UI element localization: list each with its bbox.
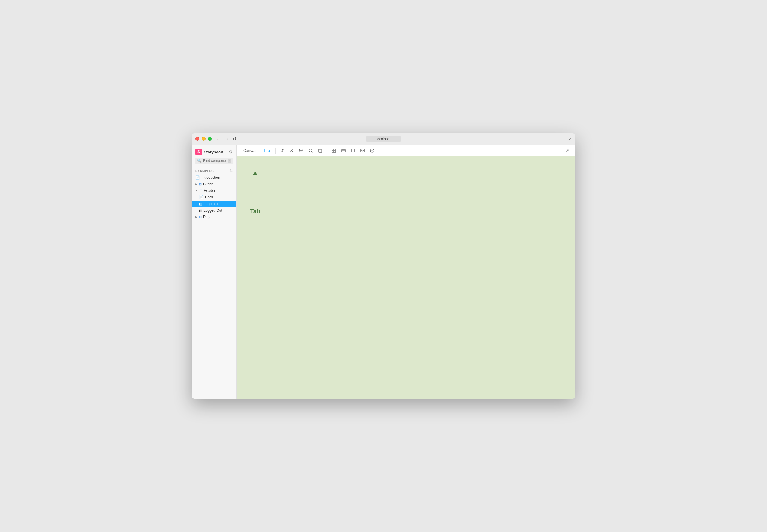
svg-point-19 <box>361 150 362 151</box>
external-link-icon[interactable]: ⤢ <box>568 137 571 141</box>
image-icon[interactable] <box>358 146 367 155</box>
sidebar-item-label: Page <box>203 215 212 219</box>
toolbar: Canvas Tab ↺ <box>237 145 575 156</box>
canvas-arrow <box>250 171 260 205</box>
canvas-label: Tab <box>250 208 260 215</box>
section-header: EXAMPLES ⇅ <box>192 167 236 174</box>
sidebar-item-logged-out[interactable]: ◧ Logged Out <box>192 207 236 214</box>
svg-rect-17 <box>352 149 355 152</box>
doc-icon: 📄 <box>199 195 204 199</box>
story-icon: ◧ <box>199 209 202 213</box>
zoom-out-icon[interactable] <box>297 146 305 155</box>
grid-icon[interactable] <box>330 146 338 155</box>
forward-button[interactable]: → <box>225 136 229 141</box>
search-bar[interactable]: 🔍 / <box>195 158 233 164</box>
close-button[interactable] <box>196 137 199 141</box>
sidebar-item-page[interactable]: ▶ ⊞ Page <box>192 214 236 220</box>
zoom-in-icon[interactable] <box>288 146 296 155</box>
toolbar-separator-2 <box>327 148 327 154</box>
arrow-line <box>255 175 256 205</box>
url-bar[interactable]: localhost <box>366 136 401 142</box>
sort-icon[interactable]: ⇅ <box>230 169 233 173</box>
svg-point-21 <box>372 149 372 150</box>
svg-rect-10 <box>319 149 322 152</box>
sidebar-item-label: Header <box>204 189 216 193</box>
svg-rect-12 <box>334 149 336 150</box>
arrow-head <box>253 171 257 175</box>
frame-icon[interactable] <box>349 146 357 155</box>
doc-icon: 📄 <box>196 175 200 180</box>
main-area: S Storybook ⚙ 🔍 / EXAMPLES ⇅ 📄 Introduct… <box>192 145 575 399</box>
collapse-icon: ▼ <box>196 189 198 192</box>
toolbar-separator <box>275 148 276 154</box>
sidebar-item-button[interactable]: ▶ ⊞ Button <box>192 181 236 187</box>
comp-icon: ⊞ <box>199 182 202 186</box>
section-title: EXAMPLES <box>196 169 214 173</box>
sidebar-item-label: Logged In <box>204 202 219 206</box>
sidebar-header: S Storybook ⚙ <box>192 145 236 158</box>
window-controls <box>196 137 212 141</box>
sidebar-item-header[interactable]: ▼ ⊞ Header <box>192 187 236 194</box>
expand-icon: ▶ <box>196 183 198 186</box>
back-button[interactable]: ← <box>217 136 221 141</box>
browser-window: ← → ↺ localhost ⤢ S Storybook ⚙ 🔍 / EX <box>192 133 575 399</box>
svg-rect-15 <box>342 149 345 152</box>
search-shortcut: / <box>228 159 231 163</box>
maximize-button[interactable] <box>208 137 212 141</box>
settings-icon[interactable]: ⚙ <box>229 149 233 154</box>
storybook-logo-text: Storybook <box>204 150 223 154</box>
tab-tab[interactable]: Tab <box>261 145 273 156</box>
storybook-logo-icon: S <box>196 149 202 155</box>
accessibility-icon[interactable] <box>368 146 376 155</box>
tab-canvas[interactable]: Canvas <box>240 145 259 156</box>
svg-line-6 <box>302 152 303 152</box>
refresh-button[interactable]: ↺ <box>233 136 237 142</box>
svg-rect-11 <box>332 149 334 150</box>
sidebar-item-logged-in[interactable]: ◧ Logged In <box>192 201 236 207</box>
sidebar-item-label: Introduction <box>201 175 220 180</box>
sidebar-item-label: Button <box>203 182 214 186</box>
search-zoom-icon[interactable] <box>307 146 315 155</box>
story-icon: ◧ <box>199 202 202 206</box>
outline-icon[interactable] <box>339 146 348 155</box>
svg-line-3 <box>293 152 294 152</box>
sidebar-item-label: Logged Out <box>204 208 222 213</box>
canvas-annotation: Tab <box>250 171 260 215</box>
canvas-area: Tab <box>237 156 575 399</box>
sidebar-item-introduction[interactable]: 📄 Introduction <box>192 174 236 181</box>
svg-point-7 <box>309 149 312 152</box>
comp-icon: ⊞ <box>200 189 202 193</box>
svg-rect-13 <box>332 151 334 152</box>
comp-icon: ⊞ <box>199 215 202 219</box>
reset-icon[interactable]: ↺ <box>278 146 286 155</box>
sidebar-item-label: Docs <box>205 195 213 199</box>
sidebar-item-docs[interactable]: 📄 Docs <box>192 194 236 201</box>
storybook-logo: S Storybook <box>196 149 223 155</box>
titlebar: ← → ↺ localhost ⤢ <box>192 133 575 145</box>
minimize-button[interactable] <box>202 137 206 141</box>
search-icon: 🔍 <box>197 159 202 163</box>
nav-controls: ← → ↺ <box>217 136 237 142</box>
search-input[interactable] <box>203 159 226 163</box>
fit-icon[interactable] <box>316 146 325 155</box>
open-external-icon[interactable]: ⤢ <box>563 146 571 155</box>
svg-rect-14 <box>334 151 336 152</box>
sidebar: S Storybook ⚙ 🔍 / EXAMPLES ⇅ 📄 Introduct… <box>192 145 237 399</box>
expand-icon: ▶ <box>196 215 198 218</box>
right-panel: Canvas Tab ↺ <box>237 145 575 399</box>
svg-line-8 <box>312 152 313 152</box>
